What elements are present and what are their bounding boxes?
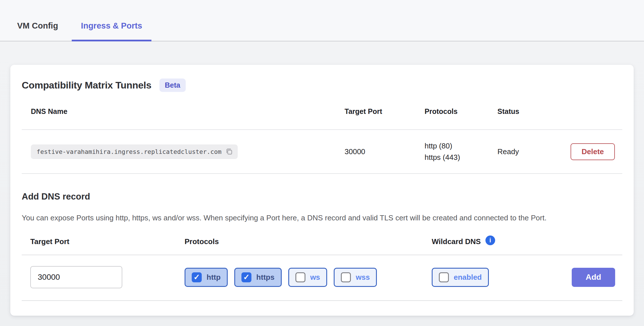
protocol-checkbox-group: http https ws wss bbox=[185, 268, 432, 287]
checkbox-icon bbox=[341, 272, 351, 282]
tunnels-card: Compatibility Matrix Tunnels Beta DNS Na… bbox=[10, 65, 634, 316]
col-header-target-port: Target Port bbox=[335, 105, 415, 129]
protocol-checkbox-https[interactable]: https bbox=[234, 268, 282, 287]
wildcard-enabled-label: enabled bbox=[454, 273, 482, 282]
checkbox-icon bbox=[241, 272, 251, 282]
copy-icon[interactable] bbox=[225, 148, 233, 156]
add-dns-description: You can expose Ports using http, https, … bbox=[22, 212, 616, 224]
dns-name-value: festive-varahamihira.ingress.replicatedc… bbox=[37, 148, 221, 155]
row-target-port: 30000 bbox=[335, 137, 415, 166]
row-status: Ready bbox=[488, 137, 561, 166]
info-icon[interactable]: i bbox=[485, 236, 495, 245]
card-header: Compatibility Matrix Tunnels Beta bbox=[22, 79, 622, 92]
protocol-checkbox-label: https bbox=[256, 273, 275, 282]
tab-vm-config[interactable]: VM Config bbox=[8, 21, 67, 41]
protocols-label: Protocols bbox=[185, 237, 432, 246]
add-dns-form-controls: http https ws wss enabled Add bbox=[22, 255, 622, 301]
target-port-label: Target Port bbox=[30, 237, 185, 246]
tab-ingress-ports[interactable]: Ingress & Ports bbox=[72, 21, 151, 41]
row-protocol-http: http (80) bbox=[425, 140, 488, 152]
table-header-row: DNS Name Target Port Protocols Status bbox=[22, 105, 622, 130]
row-protocols: http (80) https (443) bbox=[415, 130, 488, 173]
target-port-input[interactable] bbox=[30, 266, 122, 288]
tab-bar: VM Config Ingress & Ports bbox=[0, 0, 644, 41]
page-title: Compatibility Matrix Tunnels bbox=[22, 80, 151, 91]
checkbox-icon bbox=[295, 272, 305, 282]
checkbox-icon bbox=[439, 272, 449, 282]
add-dns-form-labels: Target Port Protocols Wildcard DNS i bbox=[22, 237, 622, 255]
beta-badge: Beta bbox=[159, 79, 186, 92]
add-button[interactable]: Add bbox=[572, 268, 615, 287]
protocol-checkbox-label: ws bbox=[310, 273, 320, 282]
table-row: festive-varahamihira.ingress.replicatedc… bbox=[22, 130, 622, 174]
wildcard-enabled-checkbox[interactable]: enabled bbox=[432, 268, 489, 287]
add-dns-heading: Add DNS record bbox=[22, 192, 622, 202]
tunnels-table: DNS Name Target Port Protocols Status fe… bbox=[22, 105, 622, 174]
delete-button[interactable]: Delete bbox=[571, 143, 615, 160]
row-protocol-https: https (443) bbox=[425, 152, 488, 163]
col-header-dns-name: DNS Name bbox=[22, 105, 335, 129]
checkbox-icon bbox=[192, 272, 202, 282]
col-header-protocols: Protocols bbox=[415, 105, 488, 129]
protocol-checkbox-ws[interactable]: ws bbox=[288, 268, 327, 287]
wildcard-dns-label: Wildcard DNS bbox=[432, 237, 481, 246]
protocol-checkbox-wss[interactable]: wss bbox=[334, 268, 377, 287]
protocol-checkbox-label: http bbox=[207, 273, 221, 282]
col-header-status: Status bbox=[488, 105, 613, 129]
protocol-checkbox-label: wss bbox=[356, 273, 370, 282]
dns-name-pill: festive-varahamihira.ingress.replicatedc… bbox=[31, 144, 238, 159]
protocol-checkbox-http[interactable]: http bbox=[185, 268, 228, 287]
